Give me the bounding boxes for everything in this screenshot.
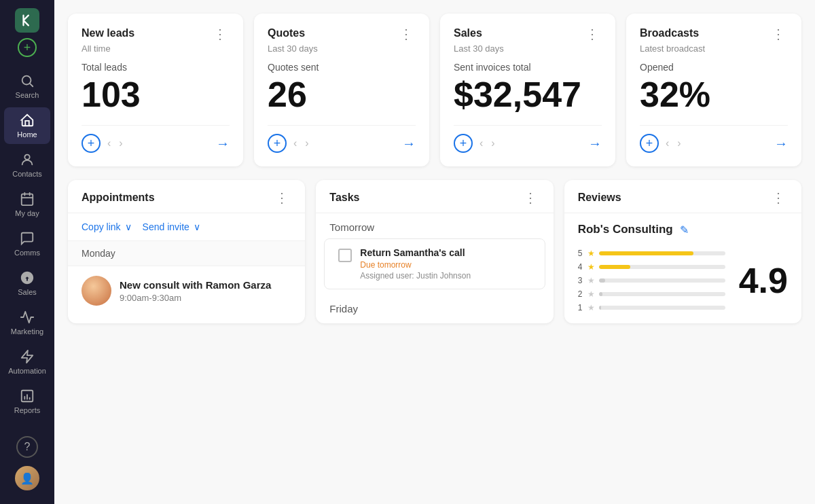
reviews-body: 5 ★ 4 ★ 3 ★ bbox=[564, 243, 801, 323]
comms-icon bbox=[20, 231, 35, 246]
stat-footer-quotes: + ‹ › → bbox=[268, 125, 416, 153]
add-button[interactable]: + bbox=[18, 38, 37, 57]
task-friday-label: Friday bbox=[316, 298, 553, 320]
bar-track-5 bbox=[599, 251, 725, 255]
stat-subtitle-leads: All time bbox=[82, 43, 230, 54]
marketing-icon bbox=[20, 310, 35, 325]
send-invite-label: Send invite bbox=[143, 221, 189, 232]
app-logo bbox=[15, 8, 39, 33]
sidebar-label-contacts: Contacts bbox=[12, 170, 41, 178]
add-leads-button[interactable]: + bbox=[82, 134, 101, 153]
sidebar-label-marketing: Marketing bbox=[11, 327, 43, 336]
add-sales-button[interactable]: + bbox=[454, 134, 473, 153]
reviews-menu-button[interactable]: ⋮ bbox=[769, 191, 788, 204]
sidebar-item-myday[interactable]: My day bbox=[4, 186, 50, 223]
stat-footer-broadcasts: + ‹ › → bbox=[640, 125, 788, 153]
broadcasts-menu-button[interactable]: ⋮ bbox=[769, 27, 788, 41]
stat-label-leads: Total leads bbox=[82, 62, 230, 73]
myday-icon bbox=[20, 192, 35, 206]
broadcasts-goto-button[interactable]: → bbox=[774, 136, 788, 151]
appt-item[interactable]: New consult with Ramon Garza 9:00am-9:30… bbox=[68, 266, 305, 315]
logo-icon bbox=[20, 13, 35, 28]
appt-avatar bbox=[82, 276, 111, 306]
review-bar-2: 2 ★ bbox=[578, 289, 725, 299]
tasks-title: Tasks bbox=[329, 192, 359, 204]
sales-icon bbox=[20, 270, 35, 285]
task-info-0: Return Samantha's call Due tomorrow Assi… bbox=[360, 247, 530, 281]
send-invite-button[interactable]: Send invite ∨ bbox=[143, 221, 200, 232]
help-button[interactable]: ? bbox=[16, 436, 38, 458]
sidebar-label-automation: Automation bbox=[8, 367, 46, 375]
quotes-next-button[interactable]: › bbox=[304, 134, 310, 152]
stat-title-broadcasts: Broadcasts bbox=[640, 27, 699, 39]
sidebar: + Search Home Contacts My day Comms bbox=[0, 0, 54, 504]
quotes-menu-button[interactable]: ⋮ bbox=[397, 27, 416, 41]
tasks-header: Tasks ⋮ bbox=[316, 180, 553, 213]
stat-value-quotes: 26 bbox=[268, 75, 416, 114]
sidebar-item-search[interactable]: Search bbox=[4, 68, 50, 105]
reviews-edit-button[interactable]: ✎ bbox=[680, 223, 689, 236]
leads-menu-button[interactable]: ⋮ bbox=[211, 27, 230, 41]
sidebar-bottom: ? 👤 bbox=[15, 436, 39, 496]
sidebar-item-contacts[interactable]: Contacts bbox=[4, 147, 50, 183]
leads-next-button[interactable]: › bbox=[117, 134, 124, 152]
sidebar-label-sales: Sales bbox=[18, 288, 37, 296]
stat-value-sales: $32,547 bbox=[454, 75, 602, 114]
user-avatar[interactable]: 👤 bbox=[15, 466, 39, 490]
appt-avatar-img bbox=[82, 276, 111, 306]
copy-link-chevron: ∨ bbox=[125, 221, 132, 232]
reviews-bars: 5 ★ 4 ★ 3 ★ bbox=[578, 249, 725, 312]
star-3: ★ bbox=[587, 276, 595, 285]
stat-card-new-leads: New leads ⋮ All time Total leads 103 + ‹… bbox=[68, 14, 243, 166]
sidebar-item-home[interactable]: Home bbox=[4, 107, 50, 144]
reviews-score: 4.9 bbox=[739, 263, 788, 298]
tasks-widget: Tasks ⋮ Tomorrow Return Samantha's call … bbox=[316, 180, 553, 323]
sales-next-button[interactable]: › bbox=[490, 134, 496, 152]
quotes-prev-button[interactable]: ‹ bbox=[292, 134, 298, 152]
appointments-menu-button[interactable]: ⋮ bbox=[272, 191, 291, 204]
review-bar-4: 4 ★ bbox=[578, 262, 725, 272]
sidebar-item-sales[interactable]: Sales bbox=[4, 265, 50, 302]
star-1: ★ bbox=[587, 303, 595, 312]
reviews-business: Rob's Consulting ✎ bbox=[564, 213, 801, 243]
task-due-0: Due tomorrow bbox=[360, 260, 530, 270]
task-title-0: Return Samantha's call bbox=[360, 247, 530, 258]
sales-menu-button[interactable]: ⋮ bbox=[583, 27, 602, 41]
appointments-title: Appointments bbox=[82, 192, 155, 204]
broadcasts-prev-button[interactable]: ‹ bbox=[664, 134, 670, 152]
leads-goto-button[interactable]: → bbox=[216, 136, 230, 151]
leads-prev-button[interactable]: ‹ bbox=[106, 134, 112, 152]
sidebar-label-search: Search bbox=[16, 91, 39, 99]
sidebar-label-comms: Comms bbox=[14, 249, 40, 257]
bar-fill-5 bbox=[599, 251, 694, 255]
broadcasts-next-button[interactable]: › bbox=[676, 134, 682, 152]
add-broadcasts-button[interactable]: + bbox=[640, 134, 659, 153]
stat-title-sales: Sales bbox=[454, 27, 482, 39]
search-icon bbox=[20, 73, 35, 88]
appt-day-label: Monday bbox=[68, 241, 305, 266]
copy-link-button[interactable]: Copy link ∨ bbox=[82, 221, 132, 232]
sales-goto-button[interactable]: → bbox=[588, 136, 602, 151]
stat-value-leads: 103 bbox=[82, 75, 230, 114]
avatar-placeholder: 👤 bbox=[15, 466, 39, 490]
sidebar-item-reports[interactable]: Reports bbox=[4, 383, 50, 420]
bar-track-1 bbox=[599, 306, 725, 310]
stat-title-leads: New leads bbox=[82, 27, 134, 39]
sidebar-item-automation[interactable]: Automation bbox=[4, 344, 50, 380]
bar-fill-4 bbox=[599, 265, 631, 269]
stat-label-sales: Sent invoices total bbox=[454, 62, 602, 73]
stat-value-broadcasts: 32% bbox=[640, 75, 788, 114]
svg-point-1 bbox=[24, 155, 29, 160]
bar-fill-2 bbox=[599, 292, 603, 296]
quotes-goto-button[interactable]: → bbox=[402, 136, 416, 151]
sidebar-item-marketing[interactable]: Marketing bbox=[4, 304, 50, 341]
star-2: ★ bbox=[587, 289, 595, 299]
add-quotes-button[interactable]: + bbox=[268, 134, 287, 153]
tasks-menu-button[interactable]: ⋮ bbox=[521, 191, 540, 204]
sidebar-item-comms[interactable]: Comms bbox=[4, 226, 50, 262]
bottom-row: Appointments ⋮ Copy link ∨ Send invite ∨… bbox=[68, 180, 801, 323]
task-checkbox-0[interactable] bbox=[338, 249, 352, 262]
home-icon bbox=[20, 113, 35, 128]
sales-prev-button[interactable]: ‹ bbox=[478, 134, 484, 152]
stats-row: New leads ⋮ All time Total leads 103 + ‹… bbox=[68, 14, 801, 166]
